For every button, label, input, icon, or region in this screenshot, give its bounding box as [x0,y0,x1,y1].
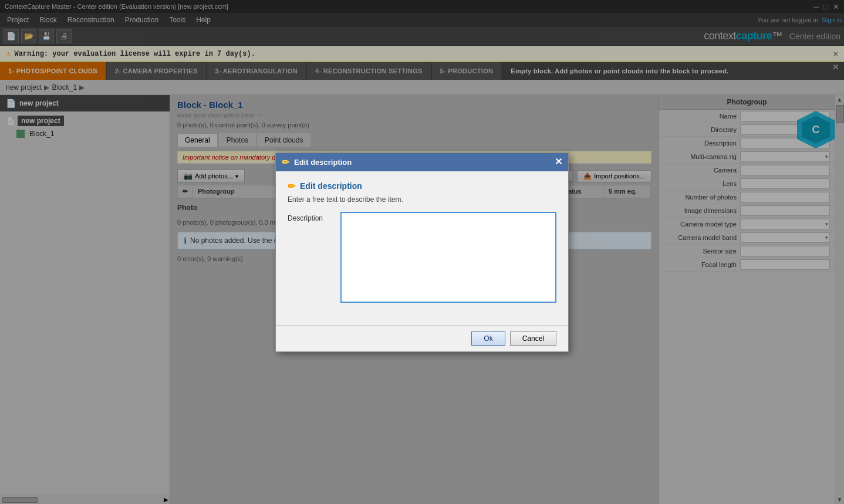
modal-desc-textarea[interactable] [340,212,556,303]
modal-footer: Ok Cancel [276,325,568,351]
modal-close-btn[interactable]: ✕ [555,157,562,167]
modal-desc-row: Description [288,212,556,303]
modal-body: ✏ Edit description Enter a free text to … [276,171,568,325]
modal-heading-icon: ✏ [288,181,295,192]
modal-overlay[interactable]: ✏ Edit description ✕ ✏ Edit description … [0,0,844,504]
edit-description-modal: ✏ Edit description ✕ ✏ Edit description … [275,153,569,352]
modal-title: Edit description [294,158,352,167]
modal-title-icon: ✏ [282,157,289,168]
modal-heading: ✏ Edit description [288,181,556,192]
modal-subtext: Enter a free text to describe the item. [288,195,556,204]
modal-titlebar: ✏ Edit description ✕ [276,153,568,171]
modal-cancel-btn[interactable]: Cancel [510,332,556,346]
modal-desc-label: Description [288,214,335,222]
modal-ok-btn[interactable]: Ok [471,332,505,346]
